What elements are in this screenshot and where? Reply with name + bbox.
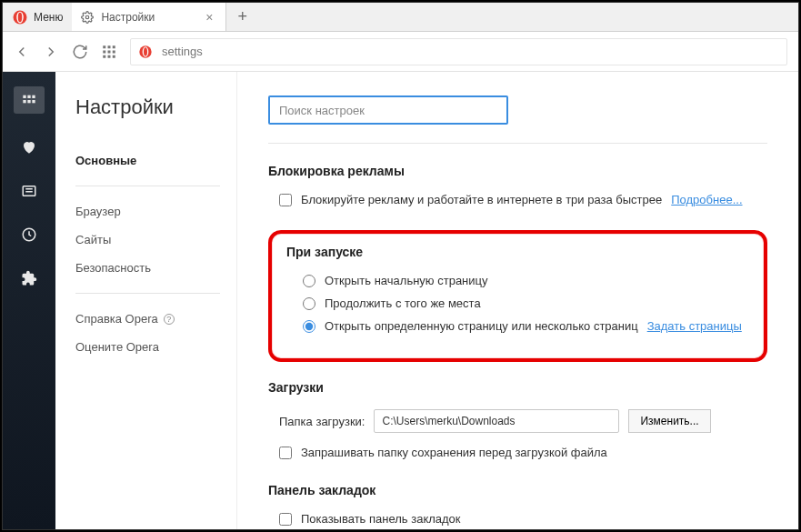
svg-point-2: [18, 12, 23, 22]
sidebar-item-sites[interactable]: Сайты: [75, 226, 220, 254]
sidebar-item-browser[interactable]: Браузер: [75, 197, 220, 226]
search-placeholder: Поиск настроек: [279, 104, 365, 117]
startup-label-specific: Открыть определенную страницу или нескол…: [325, 319, 638, 333]
address-text: settings: [162, 45, 203, 58]
settings-sidebar: Настройки Основные Браузер Сайты Безопас…: [55, 72, 237, 529]
opera-logo-icon: [12, 9, 28, 25]
rail-bookmarks[interactable]: [19, 137, 39, 157]
svg-rect-20: [27, 100, 30, 103]
rail-history[interactable]: [19, 225, 39, 245]
tab-settings[interactable]: Настройки ×: [72, 3, 226, 31]
section-title-ads: Блокировка рекламы: [268, 164, 767, 178]
startup-radio-home[interactable]: [303, 275, 315, 287]
svg-rect-12: [113, 55, 115, 57]
svg-rect-8: [108, 50, 111, 53]
settings-content: Поиск настроек Блокировка рекламы Блокир…: [237, 72, 798, 529]
divider: [75, 186, 220, 186]
download-folder-label: Папка загрузки:: [279, 415, 365, 428]
svg-rect-5: [108, 45, 111, 48]
rail-speed-dial[interactable]: [14, 86, 45, 114]
section-title-bookmarks: Панель закладок: [268, 483, 767, 497]
startup-radio-specific[interactable]: [303, 320, 315, 333]
startup-label-home: Открыть начальную страницу: [325, 274, 488, 287]
section-bookmarks-bar: Панель закладок Показывать панель заклад…: [268, 483, 767, 526]
svg-rect-9: [113, 50, 115, 53]
tab-close-button[interactable]: ×: [202, 10, 216, 25]
rail-extensions[interactable]: [19, 268, 39, 288]
external-link-icon: ?: [164, 314, 175, 325]
svg-point-3: [86, 15, 90, 19]
download-folder-input[interactable]: [374, 409, 619, 433]
bookmarks-bar-label: Показывать панель закладок: [301, 512, 461, 526]
svg-rect-6: [113, 45, 115, 48]
opera-icon: [138, 45, 153, 59]
download-ask-checkbox[interactable]: [279, 447, 292, 459]
section-ad-blocking: Блокировка рекламы Блокируйте рекламу и …: [268, 164, 767, 206]
sidebar-item-security[interactable]: Безопасность: [75, 254, 220, 282]
section-title-startup: При запуске: [275, 245, 749, 259]
left-rail: [3, 72, 55, 529]
svg-rect-16: [23, 95, 25, 98]
download-change-button[interactable]: Изменить...: [628, 409, 710, 433]
rail-news[interactable]: [19, 181, 39, 201]
section-downloads: Загрузки Папка загрузки: Изменить... Зап…: [268, 380, 767, 459]
speed-dial-button[interactable]: [101, 44, 117, 60]
svg-rect-4: [103, 45, 105, 48]
gear-icon: [81, 11, 94, 24]
tab-strip: Меню Настройки × +: [3, 3, 798, 32]
divider: [75, 293, 220, 294]
startup-set-pages-link[interactable]: Задать страницы: [647, 319, 742, 333]
adblock-learn-more-link[interactable]: Подробнее...: [671, 193, 742, 206]
adblock-checkbox[interactable]: [279, 194, 292, 206]
svg-rect-17: [27, 95, 30, 98]
back-button[interactable]: [14, 44, 30, 60]
bookmarks-bar-checkbox[interactable]: [279, 513, 292, 526]
startup-label-continue: Продолжить с того же места: [325, 296, 481, 310]
sidebar-rate-link[interactable]: Оцените Opera: [75, 333, 220, 361]
section-startup-highlighted: При запуске Открыть начальную страницу П…: [268, 230, 767, 362]
tab-title: Настройки: [101, 11, 155, 24]
svg-rect-19: [23, 100, 25, 103]
navigation-bar: settings: [3, 32, 798, 72]
svg-rect-7: [103, 50, 105, 53]
startup-radio-continue[interactable]: [303, 297, 315, 310]
new-tab-button[interactable]: +: [226, 3, 258, 31]
divider: [268, 143, 767, 144]
sidebar-item-basic[interactable]: Основные: [75, 146, 220, 175]
svg-point-15: [144, 47, 147, 55]
svg-rect-11: [108, 55, 111, 57]
sidebar-help-link[interactable]: Справка Opera?: [75, 305, 220, 333]
svg-rect-21: [32, 100, 35, 103]
menu-label: Меню: [34, 11, 63, 24]
reload-button[interactable]: [72, 44, 88, 60]
opera-menu-button[interactable]: Меню: [3, 3, 72, 31]
forward-button[interactable]: [43, 44, 59, 60]
download-ask-label: Запрашивать папку сохранения перед загру…: [301, 446, 607, 459]
settings-search-input[interactable]: Поиск настроек: [268, 95, 508, 125]
adblock-label: Блокируйте рекламу и работайте в интерне…: [301, 193, 662, 206]
page-title: Настройки: [75, 95, 220, 119]
section-title-downloads: Загрузки: [268, 380, 767, 395]
svg-rect-10: [103, 55, 105, 57]
svg-rect-18: [32, 95, 35, 98]
address-bar[interactable]: settings: [130, 38, 787, 65]
